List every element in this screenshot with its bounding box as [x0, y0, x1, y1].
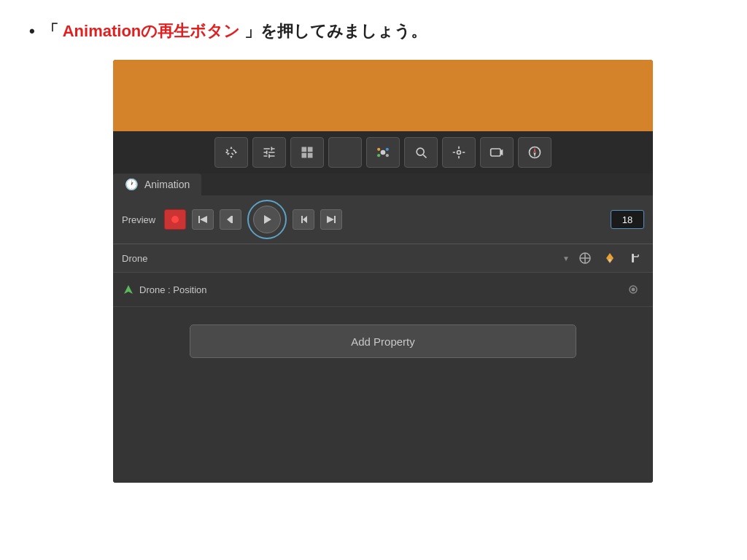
svg-point-5 [417, 148, 424, 155]
animation-tab-label: Animation [144, 179, 190, 190]
camera-tool-button[interactable] [480, 137, 514, 168]
svg-rect-19 [301, 216, 303, 223]
animation-tab[interactable]: 🕐 Animation [113, 174, 201, 195]
screenshot-container: 🕐 Animation Preview [113, 60, 653, 483]
object-name: Drone [122, 253, 557, 264]
bottom-filler [113, 376, 653, 483]
transform-tool-button[interactable] [442, 137, 476, 168]
crosshair-icon-button[interactable] [576, 249, 595, 268]
diamond-plus-icon-button[interactable] [600, 249, 619, 268]
svg-point-7 [457, 151, 461, 155]
animation-panel: 🕐 Animation Preview [113, 174, 653, 483]
record-button[interactable] [164, 209, 186, 230]
svg-point-4 [386, 154, 389, 157]
add-property-label: Add Property [351, 335, 415, 348]
step-forward-button[interactable] [293, 209, 314, 230]
svg-marker-18 [264, 215, 271, 224]
svg-point-0 [381, 150, 386, 155]
svg-point-34 [632, 288, 635, 292]
svg-point-3 [377, 154, 380, 157]
svg-marker-32 [124, 285, 133, 294]
svg-marker-12 [533, 152, 535, 158]
drone-position-row: Drone : Position [113, 273, 653, 307]
toolbar [113, 131, 653, 174]
svg-marker-22 [327, 216, 334, 223]
svg-marker-16 [227, 216, 231, 223]
play-button[interactable] [253, 206, 281, 233]
prefix: 「 [42, 20, 58, 42]
drone-position-icon [123, 284, 133, 295]
svg-marker-15 [200, 216, 207, 223]
svg-point-13 [171, 216, 179, 223]
add-property-button[interactable]: Add Property [190, 324, 576, 358]
svg-rect-17 [231, 216, 233, 223]
keyframe-icon-button[interactable] [625, 249, 644, 268]
grid-tool-button[interactable] [290, 137, 324, 168]
compass-tool-button[interactable] [518, 137, 551, 168]
skip-to-start-button[interactable] [192, 209, 214, 230]
orange-background [113, 60, 653, 131]
svg-rect-14 [198, 216, 200, 223]
move-tool-button[interactable] [214, 137, 248, 168]
svg-marker-20 [303, 216, 307, 223]
bullet: • [29, 22, 35, 41]
svg-rect-8 [491, 149, 500, 156]
add-property-section: Add Property [113, 307, 653, 376]
highlighted-text: Animationの再生ボタン [63, 20, 241, 42]
svg-rect-21 [334, 216, 336, 223]
skip-to-end-button[interactable] [320, 209, 342, 230]
suffix-text: 」を押してみましょう。 [244, 20, 427, 42]
material-tool-button[interactable] [366, 137, 400, 168]
dropdown-arrow-icon[interactable]: ▼ [562, 254, 570, 262]
play-button-wrapper [247, 200, 287, 239]
visibility-toggle-button[interactable] [624, 280, 643, 299]
svg-rect-29 [632, 254, 634, 262]
preview-label: Preview [122, 214, 155, 225]
adjust-tool-button[interactable] [252, 137, 286, 168]
frame-number-input[interactable] [611, 210, 644, 229]
svg-point-1 [377, 148, 380, 151]
shading-tool-button[interactable] [328, 137, 362, 168]
header-text: • 「 Animationの再生ボタン 」を押してみましょう。 [0, 0, 747, 57]
preview-row: Preview [113, 195, 653, 244]
object-row: Drone ▼ [113, 244, 653, 273]
animation-tab-icon: 🕐 [125, 178, 139, 191]
drone-position-label: Drone : Position [139, 284, 618, 295]
svg-point-2 [386, 148, 389, 151]
svg-marker-11 [533, 147, 535, 152]
svg-line-6 [423, 155, 426, 158]
step-back-button[interactable] [220, 209, 241, 230]
search-tool-button[interactable] [404, 137, 438, 168]
